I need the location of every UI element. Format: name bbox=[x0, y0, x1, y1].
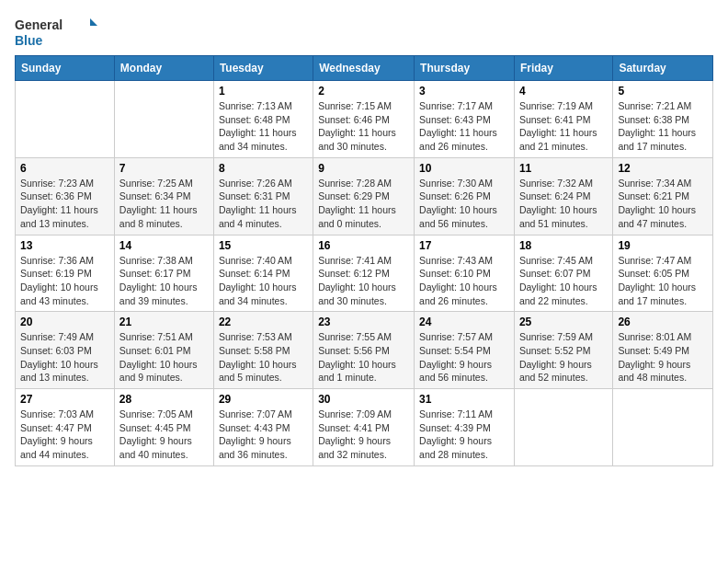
day-number: 3 bbox=[419, 85, 509, 98]
calendar-cell: 16Sunrise: 7:41 AM Sunset: 6:12 PM Dayli… bbox=[313, 235, 415, 312]
day-info: Sunrise: 7:26 AM Sunset: 6:31 PM Dayligh… bbox=[219, 177, 308, 231]
page-header: General Blue bbox=[15, 15, 713, 52]
day-info: Sunrise: 7:13 AM Sunset: 6:48 PM Dayligh… bbox=[219, 99, 308, 154]
calendar-week-4: 20Sunrise: 7:49 AM Sunset: 6:03 PM Dayli… bbox=[16, 312, 713, 389]
day-number: 1 bbox=[219, 85, 308, 98]
day-info: Sunrise: 7:34 AM Sunset: 6:21 PM Dayligh… bbox=[618, 177, 708, 231]
day-number: 14 bbox=[119, 239, 209, 252]
day-number: 26 bbox=[618, 316, 708, 328]
day-info: Sunrise: 8:01 AM Sunset: 5:49 PM Dayligh… bbox=[618, 330, 708, 385]
calendar-cell: 9Sunrise: 7:28 AM Sunset: 6:29 PM Daylig… bbox=[313, 157, 415, 235]
svg-marker-2 bbox=[90, 18, 97, 26]
day-info: Sunrise: 7:55 AM Sunset: 5:56 PM Dayligh… bbox=[318, 330, 409, 385]
calendar-cell: 4Sunrise: 7:19 AM Sunset: 6:41 PM Daylig… bbox=[514, 81, 612, 158]
calendar-cell: 3Sunrise: 7:17 AM Sunset: 6:43 PM Daylig… bbox=[415, 81, 515, 158]
calendar-cell: 19Sunrise: 7:47 AM Sunset: 6:05 PM Dayli… bbox=[613, 235, 713, 312]
day-info: Sunrise: 7:43 AM Sunset: 6:10 PM Dayligh… bbox=[419, 254, 509, 308]
day-info: Sunrise: 7:25 AM Sunset: 6:34 PM Dayligh… bbox=[119, 177, 209, 231]
calendar-cell: 29Sunrise: 7:07 AM Sunset: 4:43 PM Dayli… bbox=[213, 389, 313, 466]
svg-text:Blue: Blue bbox=[15, 33, 43, 48]
day-number: 13 bbox=[20, 239, 109, 252]
day-info: Sunrise: 7:59 AM Sunset: 5:52 PM Dayligh… bbox=[519, 330, 608, 385]
day-info: Sunrise: 7:45 AM Sunset: 6:07 PM Dayligh… bbox=[519, 254, 608, 308]
day-number: 21 bbox=[119, 316, 209, 328]
day-number: 20 bbox=[20, 316, 109, 328]
calendar-cell bbox=[16, 81, 115, 158]
column-header-monday: Monday bbox=[114, 56, 213, 81]
day-number: 28 bbox=[119, 393, 209, 406]
day-info: Sunrise: 7:47 AM Sunset: 6:05 PM Dayligh… bbox=[618, 254, 708, 308]
day-info: Sunrise: 7:40 AM Sunset: 6:14 PM Dayligh… bbox=[219, 254, 308, 308]
column-header-saturday: Saturday bbox=[613, 56, 713, 81]
column-header-wednesday: Wednesday bbox=[313, 56, 415, 81]
calendar-cell bbox=[514, 389, 612, 466]
day-info: Sunrise: 7:57 AM Sunset: 5:54 PM Dayligh… bbox=[419, 330, 509, 385]
day-info: Sunrise: 7:51 AM Sunset: 6:01 PM Dayligh… bbox=[119, 330, 209, 385]
day-info: Sunrise: 7:30 AM Sunset: 6:26 PM Dayligh… bbox=[419, 177, 509, 231]
day-number: 4 bbox=[519, 85, 608, 98]
day-info: Sunrise: 7:09 AM Sunset: 4:41 PM Dayligh… bbox=[318, 408, 409, 462]
day-number: 18 bbox=[519, 239, 608, 252]
calendar-week-5: 27Sunrise: 7:03 AM Sunset: 4:47 PM Dayli… bbox=[16, 389, 713, 466]
day-number: 29 bbox=[219, 393, 308, 406]
day-info: Sunrise: 7:41 AM Sunset: 6:12 PM Dayligh… bbox=[318, 254, 409, 308]
calendar-cell bbox=[613, 389, 713, 466]
logo-svg: General Blue bbox=[15, 15, 97, 52]
day-info: Sunrise: 7:05 AM Sunset: 4:45 PM Dayligh… bbox=[119, 408, 209, 462]
calendar-cell: 28Sunrise: 7:05 AM Sunset: 4:45 PM Dayli… bbox=[114, 389, 213, 466]
day-number: 23 bbox=[318, 316, 409, 328]
column-header-sunday: Sunday bbox=[16, 56, 115, 81]
day-info: Sunrise: 7:28 AM Sunset: 6:29 PM Dayligh… bbox=[318, 177, 409, 231]
calendar-cell: 25Sunrise: 7:59 AM Sunset: 5:52 PM Dayli… bbox=[514, 312, 612, 389]
calendar-week-3: 13Sunrise: 7:36 AM Sunset: 6:19 PM Dayli… bbox=[16, 235, 713, 312]
day-number: 25 bbox=[519, 316, 608, 328]
calendar-cell: 27Sunrise: 7:03 AM Sunset: 4:47 PM Dayli… bbox=[16, 389, 115, 466]
day-number: 19 bbox=[618, 239, 708, 252]
day-info: Sunrise: 7:21 AM Sunset: 6:38 PM Dayligh… bbox=[618, 99, 708, 154]
day-number: 11 bbox=[519, 162, 608, 175]
calendar-week-1: 1Sunrise: 7:13 AM Sunset: 6:48 PM Daylig… bbox=[16, 81, 713, 158]
calendar-cell: 26Sunrise: 8:01 AM Sunset: 5:49 PM Dayli… bbox=[613, 312, 713, 389]
column-header-friday: Friday bbox=[514, 56, 612, 81]
day-info: Sunrise: 7:32 AM Sunset: 6:24 PM Dayligh… bbox=[519, 177, 608, 231]
column-header-tuesday: Tuesday bbox=[213, 56, 313, 81]
calendar-cell: 21Sunrise: 7:51 AM Sunset: 6:01 PM Dayli… bbox=[114, 312, 213, 389]
calendar-cell: 6Sunrise: 7:23 AM Sunset: 6:36 PM Daylig… bbox=[16, 157, 115, 235]
day-number: 31 bbox=[419, 393, 509, 406]
svg-text:General: General bbox=[15, 17, 63, 32]
day-number: 12 bbox=[618, 162, 708, 175]
calendar-cell: 2Sunrise: 7:15 AM Sunset: 6:46 PM Daylig… bbox=[313, 81, 415, 158]
day-number: 6 bbox=[20, 162, 109, 175]
logo: General Blue bbox=[15, 15, 97, 52]
day-number: 7 bbox=[119, 162, 209, 175]
calendar-cell: 15Sunrise: 7:40 AM Sunset: 6:14 PM Dayli… bbox=[213, 235, 313, 312]
calendar-cell: 22Sunrise: 7:53 AM Sunset: 5:58 PM Dayli… bbox=[213, 312, 313, 389]
day-number: 15 bbox=[219, 239, 308, 252]
day-number: 8 bbox=[219, 162, 308, 175]
calendar-cell: 20Sunrise: 7:49 AM Sunset: 6:03 PM Dayli… bbox=[16, 312, 115, 389]
calendar-header-row: SundayMondayTuesdayWednesdayThursdayFrid… bbox=[16, 56, 713, 81]
day-number: 22 bbox=[219, 316, 308, 328]
calendar-cell: 12Sunrise: 7:34 AM Sunset: 6:21 PM Dayli… bbox=[613, 157, 713, 235]
day-info: Sunrise: 7:03 AM Sunset: 4:47 PM Dayligh… bbox=[20, 408, 109, 462]
calendar-cell: 14Sunrise: 7:38 AM Sunset: 6:17 PM Dayli… bbox=[114, 235, 213, 312]
calendar-cell: 8Sunrise: 7:26 AM Sunset: 6:31 PM Daylig… bbox=[213, 157, 313, 235]
day-info: Sunrise: 7:19 AM Sunset: 6:41 PM Dayligh… bbox=[519, 99, 608, 154]
calendar-cell: 11Sunrise: 7:32 AM Sunset: 6:24 PM Dayli… bbox=[514, 157, 612, 235]
calendar-cell: 1Sunrise: 7:13 AM Sunset: 6:48 PM Daylig… bbox=[213, 81, 313, 158]
day-info: Sunrise: 7:17 AM Sunset: 6:43 PM Dayligh… bbox=[419, 99, 509, 154]
day-number: 5 bbox=[618, 85, 708, 98]
day-number: 24 bbox=[419, 316, 509, 328]
calendar-table: SundayMondayTuesdayWednesdayThursdayFrid… bbox=[15, 55, 713, 466]
calendar-cell: 13Sunrise: 7:36 AM Sunset: 6:19 PM Dayli… bbox=[16, 235, 115, 312]
calendar-cell bbox=[114, 81, 213, 158]
column-header-thursday: Thursday bbox=[415, 56, 515, 81]
day-info: Sunrise: 7:36 AM Sunset: 6:19 PM Dayligh… bbox=[20, 254, 109, 308]
calendar-cell: 23Sunrise: 7:55 AM Sunset: 5:56 PM Dayli… bbox=[313, 312, 415, 389]
day-info: Sunrise: 7:49 AM Sunset: 6:03 PM Dayligh… bbox=[20, 330, 109, 385]
calendar-cell: 17Sunrise: 7:43 AM Sunset: 6:10 PM Dayli… bbox=[415, 235, 515, 312]
day-info: Sunrise: 7:53 AM Sunset: 5:58 PM Dayligh… bbox=[219, 330, 308, 385]
day-info: Sunrise: 7:15 AM Sunset: 6:46 PM Dayligh… bbox=[318, 99, 409, 154]
calendar-cell: 7Sunrise: 7:25 AM Sunset: 6:34 PM Daylig… bbox=[114, 157, 213, 235]
day-number: 10 bbox=[419, 162, 509, 175]
